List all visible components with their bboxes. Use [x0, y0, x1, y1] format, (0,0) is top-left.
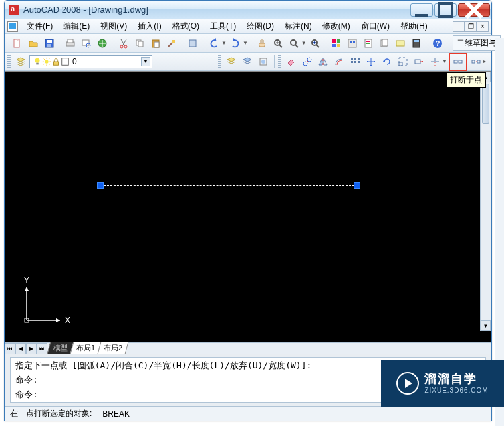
svg-text:X: X [65, 316, 70, 325]
svg-rect-57 [454, 60, 457, 63]
quickcalc-button[interactable] [409, 36, 424, 51]
scroll-thumb-v[interactable] [482, 84, 489, 124]
tab-layout2[interactable]: 布局2 [98, 342, 129, 354]
scale-button[interactable] [396, 54, 410, 69]
array-button[interactable] [348, 54, 362, 69]
vertical-scrollbar[interactable]: ▲ ▼ [480, 72, 491, 331]
menu-window[interactable]: 窗口(W) [356, 19, 394, 33]
layer-iso-button[interactable] [256, 54, 271, 69]
titlebar[interactable]: AutoCAD 2008 - [Drawing1.dwg] [5, 1, 491, 19]
selected-line[interactable] [100, 185, 358, 186]
tool-palette-button[interactable] [361, 36, 376, 51]
trim-button[interactable] [428, 54, 442, 69]
stretch-button[interactable] [412, 54, 426, 69]
svg-rect-5 [47, 44, 51, 47]
tab-scroll-first[interactable]: ⏮ [5, 343, 15, 354]
app-icon [9, 5, 19, 15]
undo-button[interactable] [207, 36, 221, 51]
block-editor-button[interactable] [186, 36, 200, 51]
menu-help[interactable]: 帮助(H) [396, 19, 432, 33]
zoom-previous-button[interactable] [308, 36, 322, 51]
window-title: AutoCAD 2008 - [Drawing1.dwg] [23, 5, 410, 15]
open-button[interactable] [26, 36, 41, 51]
tab-scroll-next[interactable]: ▶ [26, 343, 37, 354]
menu-modify[interactable]: 修改(M) [318, 19, 355, 33]
more-modify-dropdown[interactable]: ▸ [483, 58, 489, 64]
pan-button[interactable] [255, 36, 269, 51]
menu-file[interactable]: 文件(F) [22, 19, 57, 33]
mdi-restore[interactable]: ❐ [465, 21, 477, 32]
match-prop-button[interactable] [164, 36, 179, 51]
layer-previous-button[interactable] [224, 54, 239, 69]
layer-states-button[interactable] [240, 54, 255, 69]
mdi-minimize[interactable]: ‒ [453, 21, 465, 32]
zoom-dropdown[interactable]: ▼ [301, 40, 307, 46]
paste-button[interactable] [148, 36, 163, 51]
new-button[interactable] [10, 36, 25, 51]
tab-layout1[interactable]: 布局1 [70, 342, 101, 354]
cut-button[interactable] [116, 36, 131, 51]
svg-point-45 [261, 60, 265, 64]
erase-button[interactable] [284, 54, 299, 69]
menu-insert[interactable]: 插入(I) [133, 19, 166, 33]
mdi-close[interactable]: × [477, 21, 489, 32]
maximize-button[interactable] [434, 3, 457, 17]
workspace-tab[interactable]: 二维草图与 [453, 35, 501, 51]
publish-button[interactable] [95, 36, 110, 51]
layer-dropdown-arrow[interactable]: ▼ [141, 57, 150, 66]
move-button[interactable] [364, 54, 378, 69]
undo-dropdown[interactable]: ▼ [221, 40, 227, 46]
copy-button[interactable] [132, 36, 147, 51]
svg-rect-60 [477, 60, 480, 63]
help-button[interactable]: ? [430, 36, 445, 51]
redo-dropdown[interactable]: ▼ [243, 40, 248, 46]
break-at-point-button[interactable] [451, 54, 465, 69]
zoom-realtime-button[interactable] [271, 36, 285, 51]
menu-dimension[interactable]: 标注(N) [280, 19, 316, 33]
minimize-button[interactable] [410, 3, 433, 17]
status-command: BREAK [102, 409, 130, 419]
tab-scroll-last[interactable]: ⏭ [37, 343, 47, 354]
menu-view[interactable]: 视图(V) [96, 19, 132, 33]
toolbar-grip-3[interactable] [7, 55, 11, 68]
menu-draw[interactable]: 绘图(D) [242, 19, 279, 33]
redo-button[interactable] [228, 36, 243, 51]
trim-dropdown[interactable]: ▼ [442, 58, 447, 64]
save-button[interactable] [42, 36, 57, 51]
grip-start[interactable] [97, 182, 104, 189]
copy-obj-button[interactable] [300, 54, 315, 69]
toolbar-grip-5[interactable] [278, 55, 281, 68]
break-button[interactable] [469, 54, 483, 69]
markup-button[interactable] [393, 36, 408, 51]
zoom-window-button[interactable] [287, 36, 301, 51]
svg-rect-14 [138, 41, 143, 47]
svg-rect-55 [399, 58, 407, 66]
svg-text:?: ? [435, 39, 440, 47]
svg-rect-24 [332, 44, 336, 47]
menubar: 文件(F) 编辑(E) 视图(V) 插入(I) 格式(O) 工具(T) 绘图(D… [5, 19, 491, 34]
design-center-button[interactable] [345, 36, 360, 51]
offset-button[interactable] [332, 54, 346, 69]
svg-point-20 [291, 40, 296, 45]
layer-manager-button[interactable] [13, 54, 28, 69]
rotate-button[interactable] [380, 54, 394, 69]
layer-combo[interactable]: 0 ▼ [29, 55, 152, 68]
menu-tools[interactable]: 工具(T) [205, 19, 241, 33]
properties-button[interactable] [329, 36, 344, 51]
plot-preview-button[interactable] [79, 36, 94, 51]
drawing-area[interactable]: X Y ▲ ▼ [5, 71, 491, 342]
svg-point-41 [45, 60, 48, 63]
plot-button[interactable] [63, 36, 78, 51]
svg-rect-8 [82, 40, 89, 45]
toolbar-grip-4[interactable] [218, 55, 221, 68]
svg-rect-53 [358, 61, 360, 63]
scroll-down-button[interactable]: ▼ [481, 320, 491, 331]
tab-scroll-prev[interactable]: ◀ [15, 343, 26, 354]
close-button[interactable] [458, 3, 490, 17]
menu-edit[interactable]: 编辑(E) [59, 19, 94, 33]
grip-end[interactable] [354, 182, 360, 189]
mirror-button[interactable] [316, 54, 330, 69]
sheet-set-button[interactable] [377, 36, 392, 51]
svg-rect-59 [472, 60, 475, 63]
menu-format[interactable]: 格式(O) [168, 19, 204, 33]
